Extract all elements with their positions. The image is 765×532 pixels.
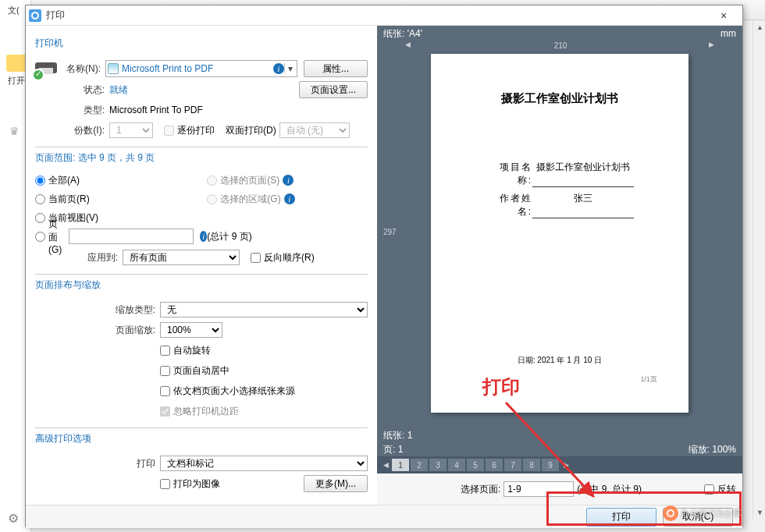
doc-title: 摄影工作室创业计划书 bbox=[454, 91, 665, 106]
reverse-checkbox[interactable]: 反转 bbox=[704, 483, 736, 496]
page-next[interactable]: ▶ bbox=[560, 461, 572, 469]
page-tab-2[interactable]: 2 bbox=[411, 459, 428, 471]
ruler-top: ◀ ▶ 210 bbox=[416, 43, 703, 51]
pages-input[interactable] bbox=[69, 229, 194, 244]
copies-select: 1 bbox=[109, 122, 153, 138]
range-section-title: 页面范围: 选中 9 页，共 9 页 bbox=[35, 151, 159, 165]
auto-rotate-checkbox[interactable]: 自动旋转 bbox=[160, 344, 211, 357]
radio-pages[interactable]: 页面(G) bbox=[35, 218, 66, 255]
layout-section-title: 页面排布与缩放 bbox=[35, 278, 105, 292]
print-button[interactable]: 打印 bbox=[586, 508, 656, 527]
advanced-section-title: 高级打印选项 bbox=[35, 432, 96, 445]
select-pages-label: 选择页面: bbox=[461, 483, 500, 496]
status-value: 就绪 bbox=[109, 83, 128, 97]
ignore-margins-checkbox: 忽略打印机边距 bbox=[160, 405, 239, 418]
total-pages: (总计 9 页) bbox=[207, 230, 251, 243]
scale-label: 页面缩放: bbox=[35, 324, 160, 337]
type-value: Microsoft Print To PDF bbox=[109, 105, 203, 115]
page-tab-6[interactable]: 6 bbox=[486, 459, 503, 471]
close-button[interactable]: × bbox=[708, 9, 739, 22]
page-tab-7[interactable]: 7 bbox=[504, 459, 521, 471]
page-strip: ◀ 123456789 ▶ bbox=[377, 456, 742, 473]
ruler-left: 297 bbox=[383, 57, 399, 413]
preview-header: 纸张: 'A4'mm bbox=[377, 26, 742, 41]
doc-date: 日期: 2021 年 1 月 10 日 bbox=[431, 355, 688, 366]
preview-footer: 纸张: 1 bbox=[377, 428, 742, 442]
radio-selected-pages[interactable]: 选择的页面(S) bbox=[207, 174, 279, 187]
file-menu-stub: 文( bbox=[8, 5, 20, 16]
radio-all[interactable]: 全部(A) bbox=[35, 174, 80, 187]
folder-icon bbox=[6, 55, 27, 72]
info-icon[interactable]: i bbox=[283, 175, 294, 186]
collate-checkbox: 逐份打印 bbox=[164, 124, 215, 137]
duplex-select: 自动 (无) bbox=[279, 122, 350, 138]
reverse-order-checkbox[interactable]: 反向顺序(R) bbox=[251, 251, 315, 264]
duplex-label: 双面打印(D) bbox=[226, 124, 276, 137]
app-icon bbox=[29, 9, 41, 22]
scrollbar-right[interactable]: ▲ ▼ bbox=[753, 20, 765, 520]
copies-label: 份数(I): bbox=[35, 124, 109, 137]
printer-icon bbox=[35, 59, 60, 78]
page-tab-8[interactable]: 8 bbox=[523, 459, 540, 471]
print-as-image-checkbox[interactable]: 打印为图像 bbox=[160, 477, 220, 491]
preview-footer-2: 页: 1缩放: 100% bbox=[377, 442, 742, 456]
preview-page: 摄影工作室创业计划书 项目名称:摄影工作室创业计划书 作者姓名:张三 日期: 2… bbox=[431, 54, 688, 413]
radio-selected-area[interactable]: 选择的区域(G) bbox=[207, 193, 280, 206]
crown-icon: ♛ bbox=[9, 125, 20, 137]
page-tab-1[interactable]: 1 bbox=[392, 459, 409, 471]
info-icon[interactable]: i bbox=[200, 231, 207, 242]
chevron-down-icon[interactable]: ▾ bbox=[284, 63, 295, 74]
select-pages-info: (选中 9, 总计 9) bbox=[577, 483, 642, 496]
titlebar: 打印 × bbox=[26, 5, 742, 26]
paper-by-doc-checkbox[interactable]: 依文档页面大小选择纸张来源 bbox=[160, 385, 295, 398]
page-tab-9[interactable]: 9 bbox=[542, 459, 559, 471]
scale-type-label: 缩放类型: bbox=[35, 303, 160, 317]
open-label[interactable]: 打开 bbox=[8, 75, 25, 87]
scale-select[interactable]: 100% bbox=[160, 322, 222, 338]
scale-type-select[interactable]: 无 bbox=[160, 302, 368, 317]
printer-name-select[interactable]: Microsoft Print to PDF i ▾ bbox=[105, 60, 297, 77]
cancel-button[interactable]: 取消(C) bbox=[663, 508, 733, 527]
settings-gear-icon[interactable]: ⚙ bbox=[8, 511, 19, 526]
auto-center-checkbox[interactable]: 页面自动居中 bbox=[160, 364, 230, 378]
page-tab-5[interactable]: 5 bbox=[467, 459, 484, 471]
info-icon[interactable]: i bbox=[273, 63, 284, 74]
name-label: 名称(N): bbox=[66, 62, 105, 76]
page-tab-4[interactable]: 4 bbox=[448, 459, 465, 471]
print-what-select[interactable]: 文档和标记 bbox=[160, 456, 368, 471]
page-setup-button[interactable]: 页面设置... bbox=[299, 81, 368, 98]
apply-select[interactable]: 所有页面 bbox=[123, 250, 240, 265]
more-button[interactable]: 更多(M)... bbox=[304, 475, 368, 492]
apply-label: 应用到: bbox=[35, 251, 123, 264]
radio-current[interactable]: 当前页(R) bbox=[35, 193, 90, 206]
properties-button[interactable]: 属性... bbox=[304, 60, 368, 77]
pdf-icon bbox=[108, 63, 119, 74]
preview-area: ◀ ▶ 210 297 摄影工作室创业计划书 项目名称:摄影工作室创业计划书 作… bbox=[377, 41, 742, 428]
info-icon[interactable]: i bbox=[284, 193, 295, 204]
page-prev[interactable]: ◀ bbox=[380, 461, 392, 469]
page-tab-3[interactable]: 3 bbox=[429, 459, 447, 471]
select-pages-input[interactable] bbox=[503, 481, 574, 497]
status-label: 状态: bbox=[35, 83, 109, 97]
window-title: 打印 bbox=[46, 9, 708, 22]
printer-section-title: 打印机 bbox=[35, 37, 68, 50]
type-label: 类型: bbox=[35, 104, 109, 117]
print-dialog: 打印 × 打印机 名称(N): Microsoft Print to PDF i… bbox=[25, 5, 743, 527]
print-what-label: 打印 bbox=[35, 457, 160, 470]
